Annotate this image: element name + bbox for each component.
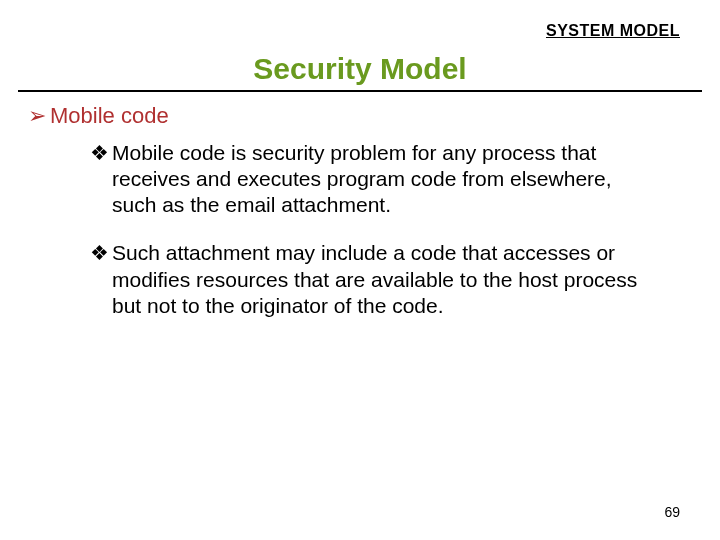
section-heading-text: Mobile code xyxy=(50,103,169,128)
arrow-bullet-icon: ➢ xyxy=(28,102,50,130)
list-item-text: Such attachment may include a code that … xyxy=(112,241,637,317)
title-divider xyxy=(18,90,702,92)
list-item: ❖Mobile code is security problem for any… xyxy=(90,140,652,219)
list-item: ❖Such attachment may include a code that… xyxy=(90,240,652,319)
bullet-list: ❖Mobile code is security problem for any… xyxy=(90,140,652,320)
diamond-bullet-icon: ❖ xyxy=(90,240,112,266)
header-label: SYSTEM MODEL xyxy=(546,22,680,40)
list-item-text: Mobile code is security problem for any … xyxy=(112,141,612,217)
section-heading: ➢Mobile code xyxy=(28,102,692,130)
slide-title: Security Model xyxy=(0,52,720,86)
content-area: ➢Mobile code ❖Mobile code is security pr… xyxy=(0,102,720,319)
page-number: 69 xyxy=(664,504,680,520)
diamond-bullet-icon: ❖ xyxy=(90,140,112,166)
